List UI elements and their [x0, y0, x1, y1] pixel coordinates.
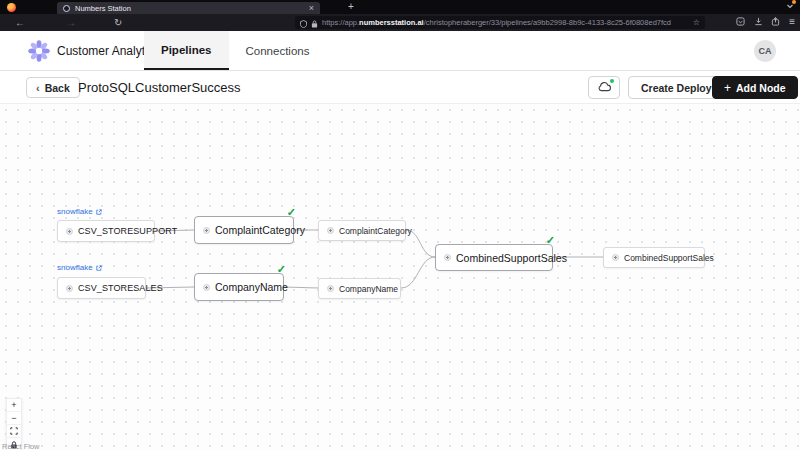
node-csv-storesupport[interactable]: CSV_STORESUPPORT [57, 220, 155, 242]
add-node-button[interactable]: + Add Node [712, 76, 798, 99]
site-favicon-icon [63, 5, 70, 12]
new-tab-button[interactable]: + [348, 1, 354, 13]
forward-nav-icon[interactable]: → [66, 18, 76, 28]
app-tabs: Pipelines Connections [144, 31, 326, 71]
firefox-icon [7, 3, 16, 12]
pipeline-canvas[interactable]: snowflake CSV_STORESUPPORT ComplaintCate… [0, 104, 800, 450]
tab-pipelines[interactable]: Pipelines [144, 31, 229, 70]
node-combinedsupportsales[interactable]: CombinedSupportSales ✓ [435, 244, 553, 271]
app-header: Customer Analytics Pipelines Connections… [0, 31, 800, 71]
node-complaintcategory[interactable]: ComplaintCategory ✓ [194, 216, 294, 244]
cloud-icon [597, 81, 612, 94]
firefox-view-button[interactable] [4, 1, 18, 13]
browser-tab-strip: Numbers Station × + [0, 0, 800, 14]
bookmark-star-icon[interactable]: ☆ [693, 18, 700, 27]
pipeline-title: ProtoSQLCustomerSuccess [78, 80, 241, 95]
table-dot-icon [66, 228, 73, 235]
source-link-snowflake[interactable]: snowflake [57, 207, 102, 216]
source-link-snowflake[interactable]: snowflake [57, 263, 102, 272]
padlock-icon[interactable] [311, 14, 318, 32]
back-chevron-icon: ‹ [36, 82, 40, 94]
table-dot-icon [327, 227, 334, 234]
node-companyname[interactable]: CompanyName ✓ [194, 273, 284, 301]
cloud-status-dot [610, 79, 614, 83]
tab-close-icon[interactable]: × [309, 4, 314, 13]
success-check-icon: ✓ [277, 263, 286, 276]
tab-title: Numbers Station [75, 4, 304, 13]
pocket-shield-icon[interactable] [736, 17, 745, 26]
numbers-station-logo-icon[interactable] [27, 39, 51, 63]
create-deploy-button[interactable]: Create Deploy [628, 76, 725, 99]
node-complaintcategory-output[interactable]: ComplaintCategory [318, 220, 406, 241]
node-companyname-output[interactable]: CompanyName [318, 278, 401, 299]
tab-connections[interactable]: Connections [229, 31, 327, 70]
table-dot-icon [612, 254, 619, 261]
url-text: https://app.numbersstation.ai/christophe… [322, 18, 689, 27]
success-check-icon: ✓ [546, 234, 555, 247]
fit-view-button[interactable] [7, 425, 21, 438]
cloud-status-button[interactable] [588, 76, 620, 99]
react-flow-attribution: React Flow [2, 442, 40, 450]
external-link-icon [96, 209, 102, 215]
list-tabs-chevron-icon[interactable] [786, 2, 794, 10]
edge [401, 257, 435, 288]
plus-icon: + [724, 81, 731, 95]
zoom-out-button[interactable]: − [7, 412, 21, 425]
url-bar[interactable]: https://app.numbersstation.ai/christophe… [295, 16, 705, 29]
fit-view-icon [10, 427, 18, 435]
menu-hamburger-icon[interactable]: ≡ [789, 17, 795, 27]
browser-navbar: ← → ↻ https://app.numbersstation.ai/chri… [0, 14, 800, 31]
node-csv-storesales[interactable]: CSV_STORESALES [57, 277, 146, 299]
edge [284, 287, 318, 288]
table-dot-icon [66, 285, 73, 292]
back-button[interactable]: ‹ Back [26, 77, 80, 98]
add-node-label: Add Node [736, 82, 786, 94]
tracking-shield-icon[interactable] [300, 14, 307, 32]
share-icon[interactable] [771, 17, 780, 26]
back-nav-icon[interactable]: ← [15, 18, 25, 28]
external-link-icon [96, 265, 102, 271]
table-dot-icon [327, 285, 334, 292]
downloads-icon[interactable] [754, 17, 763, 26]
table-dot-icon [203, 284, 210, 291]
refresh-nav-icon[interactable]: ↻ [114, 18, 122, 28]
pipeline-toolbar: ‹ Back ProtoSQLCustomerSuccess Create De… [0, 71, 800, 104]
browser-tab[interactable]: Numbers Station × [57, 2, 320, 14]
table-dot-icon [444, 254, 451, 261]
back-label: Back [45, 82, 70, 94]
table-dot-icon [203, 227, 210, 234]
node-combinedsupportsales-output[interactable]: CombinedSupportSales [603, 247, 705, 268]
notification-dot [792, 0, 796, 4]
success-check-icon: ✓ [287, 206, 296, 219]
zoom-in-button[interactable]: + [7, 399, 21, 412]
user-avatar[interactable]: CA [754, 40, 776, 62]
